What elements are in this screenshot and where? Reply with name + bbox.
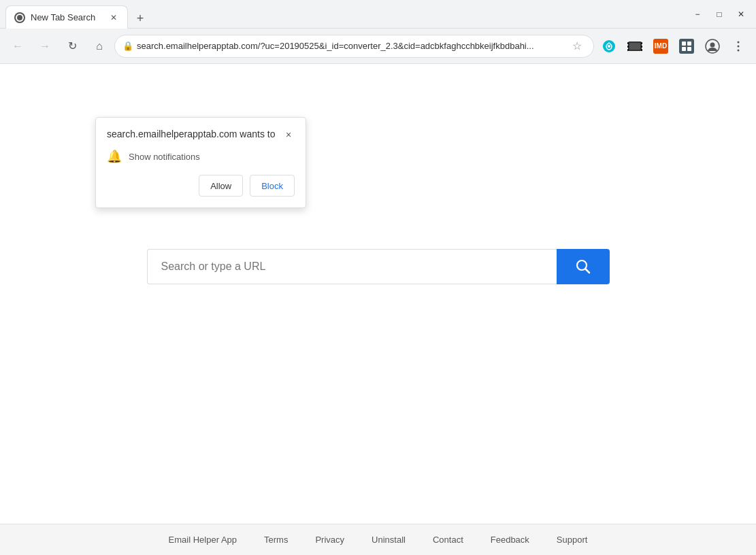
back-button[interactable]: ← [5,34,30,58]
svg-rect-12 [682,47,686,51]
browser-frame: New Tab Search ✕ + − □ ✕ ← → ↻ ⌂ 🔒 searc… [0,0,756,555]
address-text: search.emailhelperapptab.com/?uc=2019052… [137,41,565,51]
svg-line-22 [585,269,589,273]
footer-link-privacy[interactable]: Privacy [315,535,344,545]
block-button[interactable]: Block [250,175,295,197]
footer-link-terms[interactable]: Terms [264,535,288,545]
notification-popup: search.emailhelperapptab.com wants to × … [95,117,306,208]
window-controls: − □ ✕ [688,5,751,24]
extension-icon-2[interactable] [623,34,647,58]
center-search-button[interactable] [557,249,610,284]
footer: Email Helper App Terms Privacy Uninstall… [0,524,756,555]
extension-icon-4[interactable] [674,34,699,58]
tab-favicon [14,12,25,23]
content-wrapper: Email Helper App Terms Privacy Uninstall… [0,64,756,555]
svg-point-17 [738,45,740,47]
footer-link-contact[interactable]: Contact [433,535,463,545]
search-icon [576,259,591,274]
allow-button[interactable]: Allow [199,175,243,197]
svg-point-16 [738,41,740,43]
center-search-input[interactable] [147,249,557,284]
minimize-button[interactable]: − [688,5,707,24]
nav-bar: ← → ↻ ⌂ 🔒 search.emailhelperapptab.com/?… [0,29,756,64]
bookmark-star-icon[interactable]: ☆ [569,38,585,54]
popup-close-button[interactable]: × [282,129,295,141]
center-search-container [147,249,610,284]
svg-rect-11 [687,41,691,46]
footer-link-support[interactable]: Support [557,535,588,545]
svg-point-18 [738,49,740,51]
svg-rect-7 [641,42,642,44]
close-button[interactable]: ✕ [732,5,751,24]
footer-link-uninstall[interactable]: Uninstall [372,535,406,545]
bell-icon: 🔔 [107,149,122,164]
refresh-button[interactable]: ↻ [60,34,84,58]
footer-link-email-helper-app[interactable]: Email Helper App [169,535,237,545]
toolbar-icons: IMD [597,34,751,58]
svg-rect-8 [641,46,642,48]
lock-icon: 🔒 [123,41,133,51]
profile-icon[interactable] [700,34,725,58]
forward-button[interactable]: → [33,34,57,58]
extension-icon-1[interactable] [597,34,621,58]
tab-title: New Tab Search [31,12,103,22]
svg-rect-3 [629,43,640,50]
popup-title: search.emailhelperapptab.com wants to [107,129,282,139]
svg-point-1 [608,45,610,48]
tab-close-button[interactable]: ✕ [108,12,119,23]
extension-icon-3[interactable]: IMD [648,34,673,58]
maximize-button[interactable]: □ [710,5,729,24]
menu-button[interactable] [726,34,751,58]
browser-tab[interactable]: New Tab Search ✕ [5,5,128,29]
svg-rect-5 [627,46,629,48]
home-button[interactable]: ⌂ [87,34,112,58]
footer-link-feedback[interactable]: Feedback [491,535,529,545]
popup-buttons: Allow Block [107,175,295,197]
svg-rect-13 [687,47,691,51]
svg-rect-9 [641,49,642,51]
svg-point-15 [710,42,715,47]
popup-header: search.emailhelperapptab.com wants to × [107,129,295,141]
tab-area: New Tab Search ✕ + [5,0,688,28]
svg-rect-10 [682,41,686,46]
popup-content: 🔔 Show notifications [107,149,295,164]
svg-rect-4 [627,42,629,44]
popup-message: Show notifications [129,152,200,162]
new-tab-button[interactable]: + [131,9,150,28]
title-bar: New Tab Search ✕ + − □ ✕ [0,0,756,29]
address-bar[interactable]: 🔒 search.emailhelperapptab.com/?uc=20190… [114,35,594,58]
svg-rect-6 [627,49,629,51]
